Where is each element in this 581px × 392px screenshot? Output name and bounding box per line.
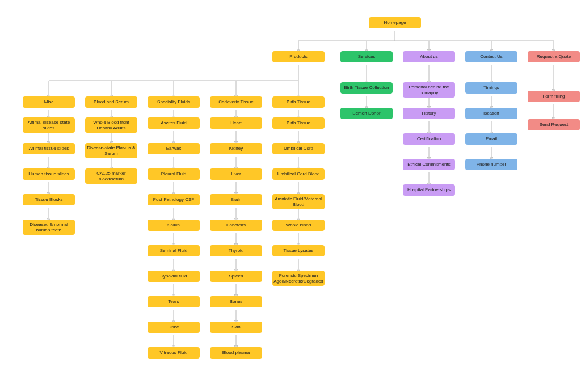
cat-birth: Birth Tissue [272, 96, 325, 108]
quote-item-1: Send Request [528, 119, 580, 130]
services-item-1: Semen Donor [340, 108, 393, 119]
nav-about: About us [403, 51, 455, 62]
cat-cadaveric: Cadaveric Tissue [210, 96, 262, 108]
item-birth-4: Whole blood [272, 220, 325, 231]
homepage-root: Homepage [369, 17, 421, 28]
cat-misc: Misc [23, 96, 75, 108]
item-speciality-5: Seminal Fluid [148, 245, 200, 256]
item-speciality-9: Vitreous Fluid [148, 347, 200, 359]
about-item-0: Personal behind the comapny [403, 82, 455, 98]
item-cadaveric-7: Bones [210, 296, 262, 307]
item-speciality-4: Saliva [148, 220, 200, 231]
cat-speciality: Speciality Fluids [148, 96, 200, 108]
item-misc-3: Tissue Blocks [23, 194, 75, 205]
item-misc-4: Diseased & normal human teeth [23, 220, 75, 235]
contact-item-3: Phone number [465, 159, 517, 170]
item-cadaveric-1: Kidney [210, 143, 262, 154]
item-blood-0: Whole Blood from Healthy Adults [85, 117, 137, 133]
about-item-3: Ethical Commitments [403, 159, 455, 170]
item-speciality-6: Synovial fluid [148, 271, 200, 282]
item-misc-1: Animal-tissue slides [23, 143, 75, 154]
nav-services: Services [340, 51, 393, 62]
item-speciality-1: Earwax [148, 143, 200, 154]
item-cadaveric-6: Spleen [210, 271, 262, 282]
item-cadaveric-8: Skin [210, 322, 262, 333]
item-cadaveric-4: Pancreas [210, 220, 262, 231]
item-birth-5: Tissue Lysates [272, 245, 325, 256]
about-item-1: History [403, 108, 455, 119]
nav-products: Products [272, 51, 325, 62]
item-speciality-0: Ascites Fluid [148, 117, 200, 129]
contact-item-0: Timings [465, 82, 517, 94]
contact-item-2: Email [465, 133, 517, 145]
item-birth-6: Forensic Specimen Aged/Necrotic/Degraded [272, 271, 325, 286]
item-speciality-7: Tears [148, 296, 200, 307]
item-cadaveric-5: Thyroid [210, 245, 262, 256]
contact-item-1: location [465, 108, 517, 119]
about-item-4: Hospital Partnerships [403, 184, 455, 196]
item-birth-0: Birth Tissue [272, 117, 325, 129]
nav-quote: Request a Quote [528, 51, 580, 62]
item-blood-1: Disease-state Plasma & Serum [85, 143, 137, 158]
item-birth-2: Umbilical Cord Blood [272, 168, 325, 180]
item-misc-2: Human tissue slides [23, 168, 75, 180]
item-speciality-2: Pleural Fluid [148, 168, 200, 180]
services-item-0: Birth Tissue Collection [340, 82, 393, 94]
about-item-2: Certification [403, 133, 455, 145]
item-cadaveric-3: Brain [210, 194, 262, 205]
item-misc-0: Animal disease-state slides [23, 117, 75, 133]
item-speciality-8: Urine [148, 322, 200, 333]
item-cadaveric-9: Blood plasma [210, 347, 262, 359]
nav-contact: Contact Us [465, 51, 517, 62]
cat-blood: Blood and Serum [85, 96, 137, 108]
item-cadaveric-0: Heart [210, 117, 262, 129]
item-birth-1: Umbilical Cord [272, 143, 325, 154]
item-speciality-3: Post-Pathology CSF [148, 194, 200, 205]
item-birth-3: Amniotic Fluid/Maternal Blood [272, 194, 325, 209]
item-cadaveric-2: Liver [210, 168, 262, 180]
item-blood-2: CA125 marker blood/serum [85, 168, 137, 184]
quote-item-0: Form filling [528, 91, 580, 102]
